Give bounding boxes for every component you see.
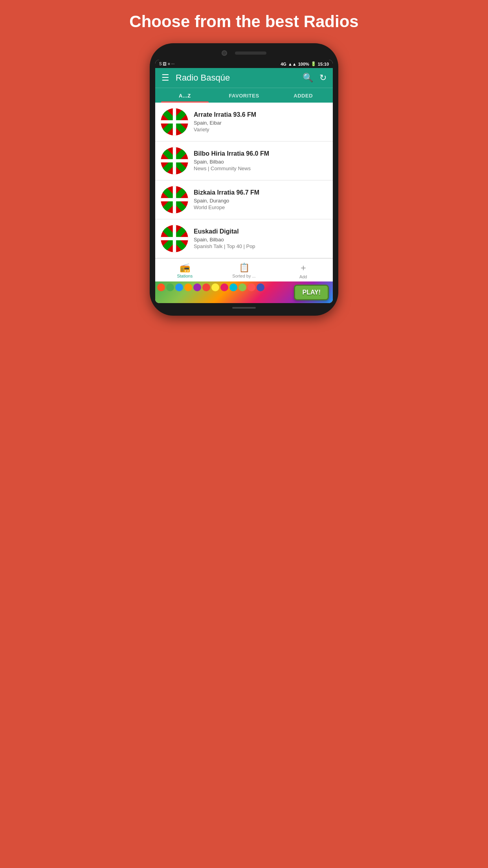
page-headline: Choose from the best Radios	[121, 12, 366, 31]
svg-rect-4	[161, 120, 188, 123]
app-header: ☰ Radio Basqúe 🔍 ↻	[155, 68, 333, 88]
station-name-3: Bizkaia Irratia 96.7 FM	[194, 189, 327, 196]
phone-bottom-hardware	[155, 307, 333, 309]
ad-circle	[202, 283, 210, 291]
signal-icon: ▲▲	[288, 62, 297, 66]
ad-circle	[248, 283, 255, 291]
nav-sorted-label: Sorted by ...	[232, 274, 255, 278]
ad-circle	[184, 283, 192, 291]
ad-circle	[193, 283, 201, 291]
tab-bar: A...Z FAVORITES ADDED	[155, 88, 333, 103]
phone-speaker	[235, 51, 266, 55]
ad-banner[interactable]: PLAY!	[155, 281, 333, 303]
status-left-icons: S 🖼 ≡ ···	[159, 62, 174, 66]
ad-decoration	[155, 281, 294, 303]
ad-play-button[interactable]: PLAY!	[294, 285, 329, 300]
station-name-4: Euskadi Digital	[194, 228, 327, 235]
station-list: Arrate Irratia 93.6 FM Spain, Eibar Vari…	[155, 103, 333, 258]
svg-rect-14	[161, 198, 188, 201]
station-genre-1: Variety	[194, 127, 327, 132]
status-app-icons: S 🖼 ≡ ···	[159, 62, 174, 66]
bottom-navigation: 📻 Stations 📋 Sorted by ... ＋ Add	[155, 258, 333, 281]
station-location-4: Spain, Bilbao	[194, 237, 327, 243]
station-item[interactable]: Bizkaia Irratia 96.7 FM Spain, Durango W…	[155, 180, 333, 219]
phone-camera	[222, 50, 227, 56]
header-action-icons: 🔍 ↻	[303, 73, 327, 83]
station-flag-3	[161, 186, 188, 213]
station-info-3: Bizkaia Irratia 96.7 FM Spain, Durango W…	[194, 189, 327, 210]
battery-indicator: 100%	[298, 62, 309, 66]
radio-icon: 📻	[180, 263, 190, 273]
ad-circle	[257, 283, 264, 291]
phone-screen: S 🖼 ≡ ··· 4G ▲▲ 100% 🔋 15:10 ☰ Radio Bas…	[155, 60, 333, 303]
ad-circle	[157, 283, 165, 291]
tab-favorites[interactable]: FAVORITES	[215, 88, 274, 103]
nav-stations[interactable]: 📻 Stations	[155, 263, 215, 278]
network-type: 4G	[281, 62, 286, 66]
station-flag-1	[161, 108, 188, 136]
app-title: Radio Basqúe	[176, 73, 230, 83]
nav-sorted-by[interactable]: 📋 Sorted by ...	[215, 263, 274, 278]
header-left: ☰ Radio Basqúe	[161, 73, 230, 83]
station-flag-4	[161, 225, 188, 252]
station-genre-4: Spanish Talk | Top 40 | Pop	[194, 243, 327, 249]
refresh-icon[interactable]: ↻	[319, 73, 327, 83]
svg-rect-19	[161, 237, 188, 240]
phone-top-hardware	[155, 50, 333, 56]
add-icon: ＋	[299, 262, 308, 274]
ad-circle	[229, 283, 237, 291]
home-indicator	[232, 307, 256, 309]
station-item[interactable]: Arrate Irratia 93.6 FM Spain, Eibar Vari…	[155, 103, 333, 142]
battery-icon: 🔋	[311, 61, 316, 66]
status-bar: S 🖼 ≡ ··· 4G ▲▲ 100% 🔋 15:10	[155, 60, 333, 68]
station-name-2: Bilbo Hiria Irratia 96.0 FM	[194, 150, 327, 157]
ad-circle	[211, 283, 219, 291]
nav-add[interactable]: ＋ Add	[273, 262, 333, 279]
search-icon[interactable]: 🔍	[303, 73, 313, 83]
station-info-1: Arrate Irratia 93.6 FM Spain, Eibar Vari…	[194, 111, 327, 132]
list-icon: 📋	[239, 263, 250, 273]
phone-device: S 🖼 ≡ ··· 4G ▲▲ 100% 🔋 15:10 ☰ Radio Bas…	[150, 43, 338, 316]
status-right-info: 4G ▲▲ 100% 🔋 15:10	[281, 61, 329, 66]
station-name-1: Arrate Irratia 93.6 FM	[194, 111, 327, 118]
ad-circle	[220, 283, 228, 291]
nav-stations-label: Stations	[177, 274, 193, 278]
ad-circle	[175, 283, 183, 291]
ad-circle	[166, 283, 174, 291]
nav-add-label: Add	[299, 274, 307, 279]
station-location-3: Spain, Durango	[194, 198, 327, 204]
station-info-4: Euskadi Digital Spain, Bilbao Spanish Ta…	[194, 228, 327, 249]
station-location-1: Spain, Eibar	[194, 120, 327, 126]
clock: 15:10	[318, 62, 329, 66]
station-item[interactable]: Bilbo Hiria Irratia 96.0 FM Spain, Bilba…	[155, 142, 333, 180]
ad-circle	[238, 283, 246, 291]
station-genre-3: World Europe	[194, 204, 327, 210]
tab-added[interactable]: ADDED	[273, 88, 333, 103]
tab-az[interactable]: A...Z	[155, 88, 215, 103]
station-item[interactable]: Euskadi Digital Spain, Bilbao Spanish Ta…	[155, 219, 333, 258]
station-info-2: Bilbo Hiria Irratia 96.0 FM Spain, Bilba…	[194, 150, 327, 171]
station-flag-2	[161, 147, 188, 175]
menu-icon[interactable]: ☰	[161, 73, 169, 83]
station-genre-2: News | Community News	[194, 166, 327, 171]
svg-rect-9	[161, 159, 188, 162]
station-location-2: Spain, Bilbao	[194, 159, 327, 165]
